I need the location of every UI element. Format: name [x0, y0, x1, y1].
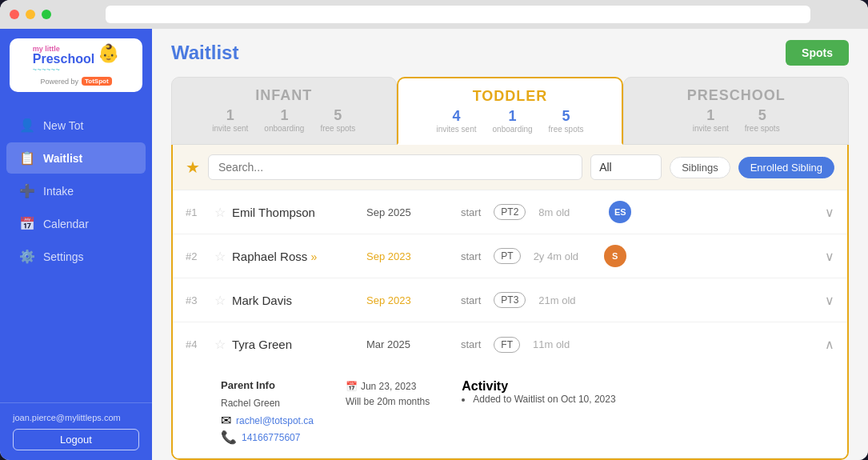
powered-by-text: Powered by [40, 78, 78, 86]
infant-free-spots-label: free spots [320, 124, 355, 133]
expand-panel: Parent Info Rachel Green ✉ rachel@totspo… [173, 366, 847, 458]
will-be: Will be 20m months [346, 394, 430, 410]
sidebar-item-new-tot[interactable]: 👤 New Tot [6, 110, 146, 141]
parent-name: Rachel Green [221, 396, 314, 411]
sidebar-item-label-calendar: Calendar [43, 218, 89, 230]
expand-icon[interactable]: ∨ [825, 293, 834, 308]
star-filter-icon[interactable]: ★ [186, 158, 200, 177]
row-star-icon[interactable]: ☆ [214, 205, 226, 220]
parent-phone-link[interactable]: 14166775607 [242, 432, 300, 443]
row-name: Tyra Green [232, 338, 360, 351]
table-row[interactable]: #2 ☆ Raphael Ross » Sep 2023 start PT 2y… [173, 234, 847, 278]
tab-toddler-stats: 4 invites sent 1 onboarding 5 free spots [411, 108, 610, 134]
enrolled-sibling-filter-button[interactable]: Enrolled Sibling [738, 157, 834, 178]
row-start: start [461, 338, 481, 350]
search-input[interactable] [208, 154, 582, 180]
sidebar-bottom: joan.pierce@mylittleps.com Logout [0, 402, 152, 460]
calendar-icon: 📅 [19, 216, 35, 231]
minimize-dot[interactable] [26, 10, 35, 19]
row-start: start [461, 250, 481, 262]
toddler-invites-sent: 4 [437, 108, 477, 125]
tab-preschool[interactable]: PRESCHOOL 1 invite sent 5 free spots [623, 77, 849, 145]
sidebar-item-settings[interactable]: ⚙️ Settings [6, 241, 146, 272]
row-number: #1 [186, 206, 208, 218]
row-star-icon[interactable]: ☆ [214, 249, 226, 264]
tab-toddler[interactable]: TODDLER 4 invites sent 1 onboarding 5 fr [397, 77, 624, 145]
parent-info-section: Parent Info Rachel Green ✉ rachel@totspo… [221, 379, 314, 445]
preschool-free-spots: 5 [745, 107, 780, 124]
row-number: #4 [186, 338, 208, 350]
toddler-onboarding: 1 [493, 108, 533, 125]
row-badge: PT2 [494, 204, 526, 220]
totspot-badge: TotSpot [82, 77, 112, 86]
infant-invite-sent: 1 [212, 107, 248, 124]
logo-area: my little Preschool ~ ~ ~ ~ ~ ~ 👶 Powere… [10, 38, 142, 92]
settings-icon: ⚙️ [19, 249, 35, 264]
filter-bar: ★ All Active Inactive Siblings Enrolled … [173, 145, 847, 190]
activity-title: Activity [462, 379, 799, 394]
row-badge: FT [494, 337, 520, 353]
waitlist-icon: 📋 [19, 150, 35, 166]
email-icon: ✉ [221, 413, 231, 428]
logo-preschool: Preschool [33, 53, 94, 66]
tab-infant[interactable]: INFANT 1 invite sent 1 onboarding 5 free [171, 77, 397, 145]
toddler-free-spots: 5 [549, 108, 584, 125]
row-number: #3 [186, 294, 208, 306]
infant-onboarding-label: onboarding [264, 124, 304, 133]
sidebar-item-label-waitlist: Waitlist [43, 152, 82, 165]
expand-icon[interactable]: ∨ [825, 249, 834, 264]
table-row[interactable]: #1 ☆ Emil Thompson Sep 2025 start PT2 8m… [173, 190, 847, 234]
sidebar-item-label-intake: Intake [43, 185, 74, 198]
toddler-invites-label: invites sent [437, 125, 477, 134]
sidebar-item-label-settings: Settings [43, 250, 84, 263]
maximize-dot[interactable] [42, 10, 51, 19]
phone-row: 📞 14166775607 [221, 430, 314, 445]
row-star-icon[interactable]: ☆ [214, 293, 226, 308]
row-star-icon[interactable]: ☆ [214, 337, 226, 352]
table-row[interactable]: #4 ☆ Tyra Green Mar 2025 start FT 11m ol… [173, 322, 847, 366]
top-bar: Waitlist Spots [152, 29, 868, 77]
infant-invite-label: invite sent [212, 124, 248, 133]
titlebar [0, 0, 868, 29]
tab-infant-stats: 1 invite sent 1 onboarding 5 free spots [185, 107, 383, 133]
infant-free-spots: 5 [320, 107, 355, 124]
intake-icon: ➕ [19, 183, 35, 198]
logo-swirl: ~ ~ ~ ~ ~ ~ [33, 66, 94, 74]
logout-button[interactable]: Logout [13, 429, 139, 450]
siblings-filter-button[interactable]: Siblings [670, 157, 730, 178]
row-badge: PT [494, 248, 520, 264]
row-age: 8m old [538, 206, 602, 218]
main-content: Waitlist Spots INFANT 1 invite sent 1 [152, 29, 868, 460]
sidebar-item-intake[interactable]: ➕ Intake [6, 175, 146, 206]
spots-button[interactable]: Spots [786, 40, 849, 66]
parent-email-link[interactable]: rachel@totspot.ca [236, 415, 314, 426]
email-row: ✉ rachel@totspot.ca [221, 413, 314, 428]
activity-section: Activity Added to Waitlist on Oct 10, 20… [462, 379, 799, 445]
powered-by: Powered by TotSpot [40, 77, 111, 86]
tab-preschool-label: PRESCHOOL [637, 87, 835, 104]
user-email: joan.pierce@mylittleps.com [13, 413, 139, 422]
url-bar[interactable] [106, 6, 810, 23]
row-badge: PT3 [494, 292, 526, 308]
expand-icon[interactable]: ∧ [825, 337, 834, 352]
phone-icon: 📞 [221, 430, 237, 445]
sidebar-item-calendar[interactable]: 📅 Calendar [6, 208, 146, 239]
calendar-icon-small: 📅 [346, 379, 358, 394]
waitlist: #1 ☆ Emil Thompson Sep 2025 start PT2 8m… [173, 190, 847, 458]
row-arrows-icon: » [310, 250, 317, 263]
table-row[interactable]: #3 ☆ Mark Davis Sep 2023 start PT3 21m o… [173, 278, 847, 322]
close-dot[interactable] [10, 10, 19, 19]
date-info: Jun 23, 2023 [361, 379, 416, 394]
filter-dropdown[interactable]: All Active Inactive [590, 154, 662, 180]
nav-items: 👤 New Tot 📋 Waitlist ➕ Intake 📅 Calendar… [0, 108, 152, 402]
sidebar-item-label-new-tot: New Tot [43, 119, 83, 132]
row-name: Raphael Ross » [232, 250, 360, 263]
tab-toddler-label: TODDLER [411, 88, 610, 105]
expand-icon[interactable]: ∨ [825, 205, 834, 220]
row-date: Mar 2025 [366, 338, 454, 350]
toddler-free-spots-label: free spots [549, 125, 584, 134]
row-age: 11m old [533, 338, 597, 350]
sidebar-item-waitlist[interactable]: 📋 Waitlist [6, 142, 146, 174]
app-window: my little Preschool ~ ~ ~ ~ ~ ~ 👶 Powere… [0, 0, 868, 460]
row-age: 21m old [538, 294, 602, 306]
